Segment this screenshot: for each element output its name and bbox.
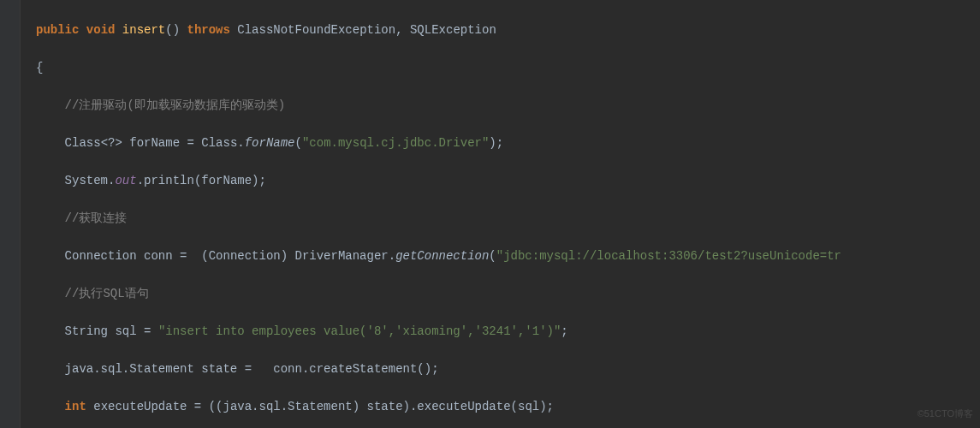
code-line: //执行SQL语句: [36, 284, 980, 303]
code-line: String sql = "insert into employees valu…: [36, 322, 980, 341]
code-line: //注册驱动(即加载驱动数据库的驱动类): [36, 96, 980, 115]
code-area[interactable]: public void insert() throws ClassNotFoun…: [21, 0, 980, 428]
code-line: System.out.println(forName);: [36, 171, 980, 190]
code-line: Class<?> forName = Class.forName("com.my…: [36, 134, 980, 152]
code-line: {: [36, 58, 980, 77]
code-line: java.sql.Statement state = conn.createSt…: [36, 360, 980, 378]
code-line: //获取连接: [36, 209, 980, 228]
code-line: int executeUpdate = ((java.sql.Statement…: [36, 397, 980, 416]
code-editor[interactable]: public void insert() throws ClassNotFoun…: [0, 0, 980, 428]
code-line: public void insert() throws ClassNotFoun…: [36, 21, 980, 39]
code-line: Connection conn = (Connection) DriverMan…: [36, 247, 980, 265]
gutter: [0, 0, 21, 428]
